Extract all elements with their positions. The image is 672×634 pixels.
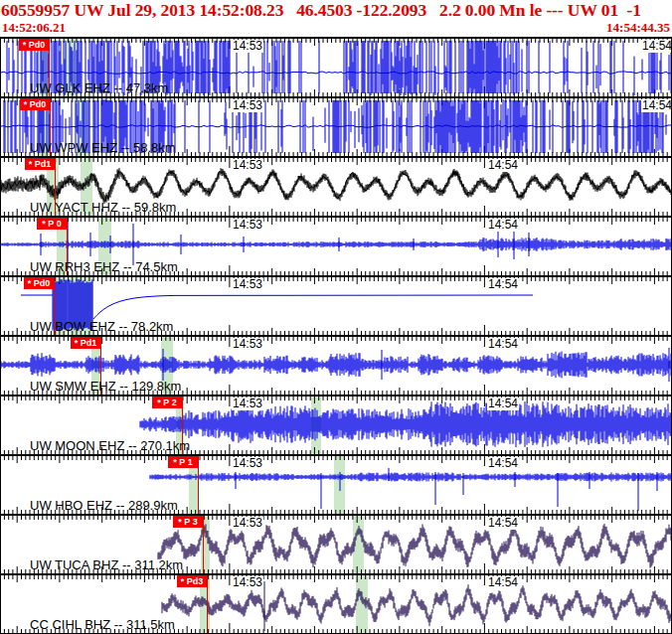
pick-flag[interactable]: * Pd1 xyxy=(71,337,100,349)
window-start-time: 14:52:06.21 xyxy=(2,20,66,36)
minute-label: 14:54 xyxy=(487,159,519,172)
waveform-trace xyxy=(1,348,672,382)
minute-label: 14:53 xyxy=(232,40,263,53)
pick-flag[interactable]: * P 2 xyxy=(152,396,182,408)
trace-panel-7[interactable]: 14:5314:54UW MOON EHZ -- 270.1km* P 2 xyxy=(0,396,672,456)
station-label: UW TUCA BHZ -- 311.2km xyxy=(30,557,183,572)
event-summary: 60559957 UW Jul 29, 2013 14:52:08.23 46.… xyxy=(1,0,641,21)
waveform-trace xyxy=(158,524,672,568)
trace-panel-9[interactable]: 14:5314:54UW TUCA BHZ -- 311.2km* P 3 xyxy=(0,516,672,575)
trace-panel-10[interactable]: 14:5314:54CC CIHL BHZ -- 311.5km* Pd3 xyxy=(0,575,672,634)
minute-label: 14:53 xyxy=(232,397,263,410)
minute-label: 14:54 xyxy=(487,219,519,232)
pick-flag[interactable]: * Pd3 xyxy=(177,575,207,587)
station-label: UW WPW EHZ -- 58.8km xyxy=(30,140,176,155)
station-label: UW SMW EHZ -- 129.8km xyxy=(30,379,181,394)
pick-flag[interactable]: * Pd0 xyxy=(24,277,54,289)
minute-label: 14:53 xyxy=(232,576,263,589)
pick-flag[interactable]: * Pd0 xyxy=(20,98,50,110)
pick-line[interactable] xyxy=(198,456,199,514)
minute-label: 14:53 xyxy=(232,278,263,291)
pick-flag[interactable]: * P 3 xyxy=(173,516,203,528)
pick-flag[interactable]: * Pd0 xyxy=(19,39,49,51)
station-label: UW RRH3 EHZ -- 74.5km xyxy=(30,259,178,274)
minute-label: 14:54 xyxy=(487,397,519,410)
seismogram-viewer: 60559957 UW Jul 29, 2013 14:52:08.23 46.… xyxy=(0,0,672,634)
station-label: CC CIHL BHZ -- 311.5km xyxy=(30,617,175,632)
pick-line[interactable] xyxy=(203,516,204,573)
station-label: UW YACT HHZ -- 59.8km xyxy=(30,200,176,215)
station-label: UW MOON EHZ -- 270.1km xyxy=(30,438,190,453)
minute-label: 14:54 xyxy=(487,278,519,291)
minute-label: 14:53 xyxy=(232,517,263,530)
pick-flag[interactable]: * Pd1 xyxy=(25,158,55,170)
waveform-trace xyxy=(150,468,672,511)
trace-panels: 14:5314:54UW GLK EHZ -- 47.3km* Pd014:53… xyxy=(0,37,672,634)
pick-flag[interactable]: * P 1 xyxy=(168,456,198,468)
minute-label: 14:54 xyxy=(487,457,519,470)
pick-line[interactable] xyxy=(207,575,208,633)
station-label: UW BOW EHZ -- 78.2km xyxy=(30,319,173,334)
minute-label: 14:53 xyxy=(232,457,263,470)
trace-panel-2[interactable]: 14:5314:54UW WPW EHZ -- 58.8km* Pd0 xyxy=(0,98,672,158)
minute-label: 14:53 xyxy=(232,99,263,112)
waveform-trace xyxy=(1,168,672,204)
trace-panel-3[interactable]: 14:5314:54UW YACT HHZ -- 59.8km* Pd1 xyxy=(0,158,672,218)
minute-label: 14:54 xyxy=(487,517,519,530)
minute-label: 14:53 xyxy=(232,338,263,351)
minute-label: 14:54 xyxy=(641,99,672,112)
minute-label: 14:54 xyxy=(641,40,672,53)
station-label: UW HBO EHZ -- 289.9km xyxy=(30,498,178,513)
minute-label: 14:54 xyxy=(487,576,519,589)
minute-label: 14:53 xyxy=(232,219,263,232)
trace-panel-1[interactable]: 14:5314:54UW GLK EHZ -- 47.3km* Pd0 xyxy=(0,39,672,98)
event-header: 60559957 UW Jul 29, 2013 14:52:08.23 46.… xyxy=(0,0,672,37)
trace-panel-6[interactable]: 14:5314:54UW SMW EHZ -- 129.8km* Pd1 xyxy=(0,337,672,396)
minute-label: 14:54 xyxy=(487,338,519,351)
trace-panel-4[interactable]: 14:5314:54UW RRH3 EHZ -- 74.5km* P 0 xyxy=(0,218,672,277)
minute-label: 14:53 xyxy=(232,159,263,172)
pick-flag[interactable]: * P 0 xyxy=(37,218,67,230)
trace-panel-8[interactable]: 14:5314:54UW HBO EHZ -- 289.9km* P 1 xyxy=(0,456,672,516)
window-end-time: 14:54:44.35 xyxy=(606,20,670,36)
station-label: UW GLK EHZ -- 47.3km xyxy=(30,80,168,95)
trace-panel-5[interactable]: 14:5314:54UW BOW EHZ -- 78.2km* Pd0 xyxy=(0,277,672,337)
waveform-trace xyxy=(140,401,672,447)
